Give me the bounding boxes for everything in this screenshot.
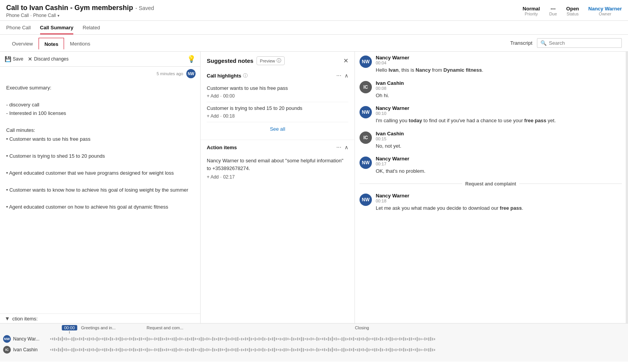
highlights-menu-button[interactable]: ··· <box>336 72 341 79</box>
suggested-panel: Suggested notes Preview ⓘ ✕ Call highlig… <box>201 52 355 323</box>
subtitle-dropdown[interactable]: Phone Call <box>33 13 56 18</box>
avatar: NW <box>360 194 372 206</box>
ic-track-row: IC Ivan Cashin <box>0 344 628 355</box>
avatar-small: NW <box>186 69 196 78</box>
call-highlights-header: Call highlights ⓘ ··· ∧ <box>207 72 348 79</box>
sub-tab-notes[interactable]: Notes <box>39 38 64 49</box>
highlight-actions: + Add · 00:00 <box>207 93 348 99</box>
page-title: Call to Ivan Cashin - Gym membership <box>6 4 133 12</box>
suggested-close-button[interactable]: ✕ <box>343 57 348 64</box>
entry-text: Oh hi. <box>376 92 404 99</box>
tab-phone-call[interactable]: Phone Call <box>6 21 31 34</box>
entry-name: Ivan Cashin <box>376 80 404 86</box>
entry-time: 00:15 <box>376 136 404 141</box>
notes-panel: 💾 Save ✕ Discard changes 💡 5 minutes ago… <box>0 52 201 323</box>
header-left: Call to Ivan Cashin - Gym membership - S… <box>6 4 154 18</box>
entry-body: Nancy Warner 00:18 Let me ask you what m… <box>376 193 523 212</box>
action-item: Nancy Warner to send email about "some h… <box>207 154 348 183</box>
nw-track-row: NW Nancy War... <box>0 334 628 344</box>
discard-icon: ✕ <box>28 56 32 62</box>
tab-related[interactable]: Related <box>83 21 100 34</box>
sub-tab-overview[interactable]: Overview <box>6 37 39 49</box>
avatar: NW <box>360 106 372 118</box>
ic-track-label: IC Ivan Cashin <box>0 346 50 354</box>
tab-call-summary[interactable]: Call Summary <box>40 21 74 34</box>
priority-label: Priority <box>525 12 538 16</box>
sub-tab-bar: Overview Notes Mentions Transcript 🔍 <box>0 35 628 52</box>
entry-time: 00:04 <box>376 61 483 65</box>
see-all-button[interactable]: See all <box>207 122 348 136</box>
priority-value: Normal <box>523 6 540 12</box>
avatar: IC <box>360 81 372 93</box>
call-highlights-title: Call highlights <box>207 73 241 79</box>
section-divider: Request and complaint <box>360 181 622 187</box>
search-box: 🔍 <box>537 38 622 48</box>
entry-body: Nancy Warner 00:10 I'm calling you today… <box>376 105 556 125</box>
discard-button[interactable]: ✕ Discard changes <box>28 56 68 62</box>
timestamp-1-link[interactable]: 00:00 <box>223 93 235 99</box>
action-item-actions: + Add · 02:17 <box>207 174 348 180</box>
section-label-greetings: Greetings and in... <box>81 325 116 330</box>
notes-toolbar: 💾 Save ✕ Discard changes 💡 <box>0 52 200 67</box>
entry-time: 00:08 <box>376 86 404 91</box>
sub-tab-mentions[interactable]: Mentions <box>64 37 96 49</box>
ic-avatar-small: IC <box>3 346 11 354</box>
save-button[interactable]: 💾 Save <box>5 56 23 62</box>
nw-track-label: NW Nancy War... <box>0 335 50 343</box>
notes-meta: 5 minutes ago NW <box>0 67 200 81</box>
action-items-collapse-button[interactable]: ∧ <box>344 144 348 150</box>
owner-value: Nancy Warner <box>588 6 622 12</box>
content-row: 💾 Save ✕ Discard changes 💡 5 minutes ago… <box>0 52 628 323</box>
entry-text: OK, that's no problem. <box>376 167 425 175</box>
transcript-entry: IC Ivan Cashin 00:15 No, not yet. <box>360 131 622 150</box>
search-input[interactable] <box>549 40 618 46</box>
entry-body: Nancy Warner 00:17 OK, that's no problem… <box>376 156 425 175</box>
owner-label: Owner <box>599 12 611 16</box>
avatar: NW <box>360 56 372 68</box>
scrollbar[interactable] <box>626 52 628 323</box>
avatar: IC <box>360 131 372 144</box>
dropdown-arrow-icon[interactable]: ▾ <box>57 13 59 18</box>
action-items-title: Action items <box>207 145 237 150</box>
collapse-bar[interactable]: ▼ ction items: <box>0 313 200 323</box>
transcript-content: NW Nancy Warner 00:04 Hello Ivan, this i… <box>355 52 628 323</box>
timeline-header: 00:00 Greetings and in... Request and co… <box>0 324 628 334</box>
section-label-closing: Closing <box>355 325 369 330</box>
transcript-entry: NW Nancy Warner 00:17 OK, that's no prob… <box>360 156 622 175</box>
highlight-text: Customer is trying to shed 15 to 20 poun… <box>207 105 348 111</box>
ic-waveform <box>50 347 628 353</box>
subtitle-type: Phone Call <box>6 13 29 18</box>
timestamp-2-link[interactable]: 00:18 <box>223 113 235 119</box>
status-label: Status <box>567 12 579 16</box>
entry-text: Let me ask you what made you decide to d… <box>376 204 523 212</box>
action-item-text: Nancy Warner to send email about "some h… <box>207 157 348 172</box>
highlights-info-icon[interactable]: ⓘ <box>243 72 248 79</box>
due-label: Due <box>549 12 557 16</box>
entry-body: Ivan Cashin 00:08 Oh hi. <box>376 80 404 99</box>
transcript-search-area: Transcript 🔍 <box>510 38 622 48</box>
preview-badge[interactable]: Preview ⓘ <box>257 56 285 65</box>
entry-text: Hello Ivan, this is Nancy from Dynamic f… <box>376 66 483 74</box>
action-items-menu-button[interactable]: ··· <box>336 144 341 151</box>
preview-info-icon: ⓘ <box>277 57 281 64</box>
add-highlight-1-button[interactable]: + Add <box>207 93 219 99</box>
add-highlight-2-button[interactable]: + Add <box>207 113 219 119</box>
entry-body: Nancy Warner 00:04 Hello Ivan, this is N… <box>376 55 483 74</box>
add-action-button[interactable]: + Add <box>207 174 219 180</box>
save-icon: 💾 <box>5 56 11 62</box>
notes-content[interactable]: Executive summary: - discovery call - In… <box>0 81 200 313</box>
due-meta: --- Due <box>549 6 557 16</box>
transcript-entry: NW Nancy Warner 00:04 Hello Ivan, this i… <box>360 55 622 74</box>
action-items-section: Action items ··· ∧ Nancy Warner to send … <box>201 140 355 187</box>
highlights-collapse-button[interactable]: ∧ <box>344 72 348 79</box>
priority-meta: Normal Priority <box>523 6 540 16</box>
highlight-actions: + Add · 00:18 <box>207 113 348 119</box>
call-highlights-section: Call highlights ⓘ ··· ∧ Customer wants t… <box>201 68 355 140</box>
action-items-label: ction items: <box>12 316 38 322</box>
entry-name: Nancy Warner <box>376 193 523 199</box>
owner-meta: Nancy Warner Owner <box>588 6 622 16</box>
cursor-line <box>69 331 70 334</box>
lightbulb-icon[interactable]: 💡 <box>187 55 196 63</box>
transcript-entry: NW Nancy Warner 00:18 Let me ask you wha… <box>360 193 622 212</box>
action-timestamp-link[interactable]: 02:17 <box>223 174 235 180</box>
